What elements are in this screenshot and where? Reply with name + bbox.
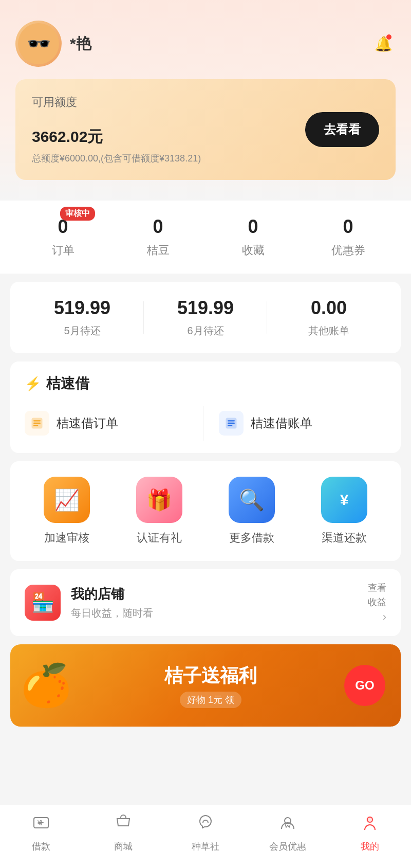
banner-go-button[interactable]: GO xyxy=(344,665,385,706)
loans-icon: ¥ xyxy=(32,813,50,836)
action-more-loan[interactable]: 🔍 更多借款 xyxy=(206,477,298,546)
nav-mine[interactable]: 我的 xyxy=(329,813,411,853)
nav-loans[interactable]: ¥ 借款 xyxy=(0,813,82,853)
bill-may-label: 5月待还 xyxy=(64,324,100,338)
my-store-section[interactable]: 🏪 我的店铺 每日收益，随时看 查看 收益 › xyxy=(10,569,401,636)
bottom-navigation: ¥ 借款 商城 种草社 会员优惠 xyxy=(0,805,411,868)
store-arrow-icon: › xyxy=(383,610,386,624)
kusujie-links: 桔速借订单 桔速借账单 xyxy=(25,406,386,441)
auth-gift-label: 认证有礼 xyxy=(137,530,182,546)
member-icon xyxy=(278,813,297,836)
nav-member[interactable]: 会员优惠 xyxy=(247,813,329,853)
bill-may-amount: 519.99 xyxy=(54,297,110,319)
profile-left: 🕶️ *艳 xyxy=(15,21,91,67)
kusujie-bills-link[interactable]: 桔速借账单 xyxy=(203,406,387,441)
bill-jun[interactable]: 519.99 6月待还 xyxy=(144,297,267,338)
credit-card-section: 可用额度 3662.02元 总额度¥6000.00,(包含可借额度¥3138.2… xyxy=(15,79,396,180)
more-loan-label: 更多借款 xyxy=(229,530,274,546)
store-info: 我的店铺 每日收益，随时看 xyxy=(71,585,358,620)
stat-orders-value-wrapper: 0 审核中 xyxy=(58,216,68,238)
stat-orders-label: 订单 xyxy=(52,243,74,258)
bill-may[interactable]: 519.99 5月待还 xyxy=(21,297,144,338)
banner-section[interactable]: 🍊 桔子送福利 好物 1元 领 GO xyxy=(10,644,401,727)
profile-row: 🕶️ *艳 🔔 xyxy=(15,21,396,67)
credit-info: 可用额度 3662.02元 总额度¥6000.00,(包含可借额度¥3138.2… xyxy=(32,95,201,165)
stat-orders[interactable]: 0 审核中 订单 xyxy=(15,216,110,258)
nav-community[interactable]: 种草社 xyxy=(164,813,247,853)
bill-other-amount: 0.00 xyxy=(311,297,347,319)
store-icon: 🏪 xyxy=(25,585,61,621)
kusujie-section: ⚡ 桔速借 桔速借订单 桔速借账单 xyxy=(10,361,401,453)
action-speedup[interactable]: 📈 加速审核 xyxy=(21,477,113,546)
kusujie-orders-link[interactable]: 桔速借订单 xyxy=(25,406,203,441)
username: *艳 xyxy=(70,33,91,55)
lightning-icon: ⚡ xyxy=(25,376,41,392)
notification-bell-button[interactable]: 🔔 xyxy=(371,31,396,56)
bills-section: 519.99 5月待还 519.99 6月待还 0.00 其他账单 xyxy=(10,282,401,353)
svg-text:¥: ¥ xyxy=(37,819,41,826)
look-button[interactable]: 去看看 xyxy=(305,112,379,147)
stat-kudou-label: 桔豆 xyxy=(147,243,170,258)
nav-member-label: 会员优惠 xyxy=(269,840,306,853)
store-name: 我的店铺 xyxy=(71,585,358,603)
bill-jun-amount: 519.99 xyxy=(177,297,234,319)
bill-jun-label: 6月待还 xyxy=(187,324,223,338)
stat-coupons[interactable]: 0 优惠券 xyxy=(301,216,396,258)
kusujie-title-row: ⚡ 桔速借 xyxy=(25,374,386,393)
mine-icon xyxy=(361,813,379,836)
nav-mine-label: 我的 xyxy=(361,840,379,853)
banner-title: 桔子送福利 xyxy=(164,663,257,689)
bills-row: 519.99 5月待还 519.99 6月待还 0.00 其他账单 xyxy=(21,297,390,338)
repay-label: 渠道还款 xyxy=(322,530,367,546)
credit-sub-text: 总额度¥6000.00,(包含可借额度¥3138.21) xyxy=(32,152,201,165)
nav-loans-label: 借款 xyxy=(32,840,50,853)
stat-kudou-value-wrapper: 0 xyxy=(153,216,163,238)
actions-row: 📈 加速审核 🎁 认证有礼 🔍 更多借款 ¥ 渠道还款 xyxy=(21,477,390,546)
more-loan-icon: 🔍 xyxy=(229,477,275,523)
quick-actions-section: 📈 加速审核 🎁 认证有礼 🔍 更多借款 ¥ 渠道还款 xyxy=(10,461,401,561)
avatar-image: 🕶️ xyxy=(18,23,59,64)
community-icon xyxy=(196,813,215,836)
stat-favorites-value: 0 xyxy=(248,216,258,238)
store-right-label2: 收益 xyxy=(368,596,386,608)
stat-kudou[interactable]: 0 桔豆 xyxy=(110,216,206,258)
credit-label: 可用额度 xyxy=(32,95,201,110)
speedup-label: 加速审核 xyxy=(44,530,89,546)
stat-coupons-label: 优惠券 xyxy=(331,243,365,258)
avatar[interactable]: 🕶️ xyxy=(15,21,62,67)
stat-favorites[interactable]: 0 收藏 xyxy=(206,216,301,258)
action-repay[interactable]: ¥ 渠道还款 xyxy=(298,477,390,546)
stat-coupons-value: 0 xyxy=(343,216,353,238)
kusujie-title: 桔速借 xyxy=(46,374,89,393)
kusujie-orders-text: 桔速借订单 xyxy=(57,415,118,431)
credit-amount: 3662.02元 xyxy=(32,114,201,147)
notification-dot xyxy=(386,34,391,40)
nav-community-label: 种草社 xyxy=(192,840,219,853)
banner-subtitle: 好物 1元 领 xyxy=(180,692,241,708)
banner-mascot: 🍊 xyxy=(21,661,72,710)
banner-center: 桔子送福利 好物 1元 领 xyxy=(77,663,344,708)
auth-gift-icon: 🎁 xyxy=(136,477,182,523)
kusujie-bills-icon xyxy=(219,411,244,436)
credit-unit: 元 xyxy=(87,128,103,145)
stat-favorites-label: 收藏 xyxy=(242,243,265,258)
nav-shop-label: 商城 xyxy=(114,840,133,853)
store-right: 查看 收益 › xyxy=(368,582,386,624)
stat-favorites-value-wrapper: 0 xyxy=(248,216,258,238)
nav-shop[interactable]: 商城 xyxy=(82,813,164,853)
action-auth-gift[interactable]: 🎁 认证有礼 xyxy=(113,477,206,546)
repay-icon: ¥ xyxy=(321,477,367,523)
bill-other-label: 其他账单 xyxy=(308,324,349,338)
stats-section: 0 审核中 订单 0 桔豆 0 收藏 0 优惠券 xyxy=(0,201,411,274)
store-right-label: 查看 xyxy=(368,582,386,594)
store-sub: 每日收益，随时看 xyxy=(71,606,358,620)
shop-icon xyxy=(114,813,133,836)
speedup-icon: 📈 xyxy=(44,477,90,523)
stat-kudou-value: 0 xyxy=(153,216,163,238)
audit-badge: 审核中 xyxy=(60,207,95,221)
bill-other[interactable]: 0.00 其他账单 xyxy=(267,297,390,338)
kusujie-orders-icon xyxy=(25,411,49,436)
stats-row: 0 审核中 订单 0 桔豆 0 收藏 0 优惠券 xyxy=(10,201,401,274)
kusujie-bills-text: 桔速借账单 xyxy=(251,415,312,431)
stat-coupons-value-wrapper: 0 xyxy=(343,216,353,238)
